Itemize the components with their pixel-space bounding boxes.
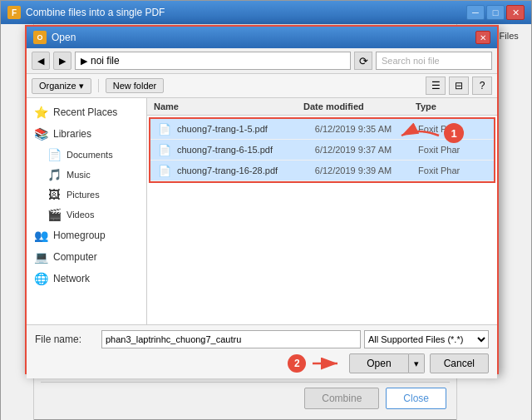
dialog-body: ⭐ Recent Places 📚 Libraries 📄 Documents … <box>27 98 497 324</box>
new-folder-button[interactable]: New folder <box>106 78 165 93</box>
libraries-icon: 📚 <box>33 126 48 141</box>
open-button-group: Open ▾ <box>349 353 424 373</box>
window-controls: ─ □ ✕ <box>466 5 525 20</box>
refresh-button[interactable]: ⟳ <box>354 52 372 70</box>
annotation-1: 1 <box>444 123 464 143</box>
recent-places-icon: ⭐ <box>33 105 48 120</box>
cancel-button[interactable]: Cancel <box>430 353 489 373</box>
app-icon: F <box>7 6 21 19</box>
forward-button[interactable]: ▶ <box>53 52 71 70</box>
dialog-bottom: File name: All Supported Files (*.*) 2 <box>27 324 497 378</box>
file-date-2: 6/12/2019 9:39 AM <box>315 166 418 175</box>
videos-icon: 🎬 <box>47 207 62 222</box>
filename-label: File name: <box>35 334 101 345</box>
open-dropdown-button[interactable]: ▾ <box>409 353 425 373</box>
pdf-icon-0: 📄 <box>157 121 172 136</box>
documents-label: Documents <box>66 150 113 160</box>
sidebar-item-computer[interactable]: 💻 Computer <box>27 246 146 268</box>
back-button[interactable]: ◀ <box>32 52 50 70</box>
annotation-2: 2 <box>288 354 306 373</box>
pdf-icon-1: 📄 <box>157 142 172 157</box>
sidebar-item-network[interactable]: 🌐 Network <box>27 268 146 289</box>
file-list-header: Name Date modified Type <box>147 98 497 116</box>
dialog-nav: ◀ ▶ ▶ noi file ⟳ Search noi file <box>27 48 497 74</box>
sidebar-item-music[interactable]: 🎵 Music <box>27 165 146 185</box>
file-list-area: Name Date modified Type 📄 chuong7-trang-… <box>147 98 497 324</box>
sidebar-item-pictures[interactable]: 🖼 Pictures <box>27 185 146 205</box>
search-box[interactable]: Search noi file <box>376 52 492 70</box>
documents-icon: 📄 <box>47 147 62 162</box>
dialog-close-button[interactable]: ✕ <box>475 31 490 44</box>
filename-input[interactable] <box>101 330 361 348</box>
view-icon-button[interactable]: ☰ <box>426 77 446 95</box>
col-type-header: Type <box>416 101 490 111</box>
homegroup-icon: 👥 <box>33 228 48 243</box>
minimize-button[interactable]: ─ <box>466 5 485 20</box>
network-icon: 🌐 <box>33 271 48 286</box>
music-icon: 🎵 <box>47 167 62 182</box>
outer-titlebar: F Combine files into a single PDF ─ □ ✕ <box>1 1 531 24</box>
file-name-1: chuong7-trang-6-15.pdf <box>177 145 315 155</box>
organize-button[interactable]: Organize ▾ <box>32 78 91 94</box>
toolbar-icons: ☰ ⊟ ? <box>426 77 492 95</box>
outer-window-title: Combine files into a single PDF <box>26 7 466 18</box>
dialog-titlebar: O Open ✕ <box>27 27 497 48</box>
help-icon-button[interactable]: ? <box>472 77 492 95</box>
arrow-1 <box>393 123 443 148</box>
close-window-button[interactable]: ✕ <box>506 5 525 20</box>
dialog-title: Open <box>52 32 475 43</box>
path-icon: ▶ <box>81 56 87 67</box>
close-button[interactable]: Close <box>386 388 446 409</box>
sidebar-item-homegroup[interactable]: 👥 Homegroup <box>27 225 146 246</box>
sidebar-item-documents[interactable]: 📄 Documents <box>27 145 146 165</box>
recent-places-label: Recent Places <box>53 106 117 118</box>
pdf-icon-2: 📄 <box>157 163 172 178</box>
path-text: noi file <box>91 55 120 67</box>
col-name-header: Name <box>154 101 303 111</box>
toolbar-separator <box>98 79 99 92</box>
open-button[interactable]: Open <box>349 353 408 373</box>
file-name-0: chuong7-trang-1-5.pdf <box>177 124 315 134</box>
open-dialog: O Open ✕ ◀ ▶ ▶ noi file ⟳ Search noi fil… <box>25 25 499 374</box>
music-label: Music <box>66 170 91 180</box>
selected-files-group: 📄 chuong7-trang-1-5.pdf 6/12/2019 9:35 A… <box>149 117 495 183</box>
col-date-header: Date modified <box>303 101 416 111</box>
sidebar-item-videos[interactable]: 🎬 Videos <box>27 205 146 225</box>
search-placeholder: Search noi file <box>382 56 440 66</box>
dialog-actions: 2 Open ▾ Cancel <box>35 353 489 373</box>
path-box[interactable]: ▶ noi file <box>75 52 351 70</box>
homegroup-label: Homegroup <box>53 230 106 241</box>
arrow-2 <box>311 353 344 373</box>
file-type-2: Foxit Phar <box>418 166 487 175</box>
dialog-icon: O <box>33 31 47 44</box>
network-label: Network <box>53 273 90 284</box>
libraries-label: Libraries <box>53 128 91 140</box>
file-name-2: chuong7-trang-16-28.pdf <box>177 166 315 175</box>
combine-button[interactable]: Combine <box>304 388 379 409</box>
videos-label: Videos <box>66 210 94 220</box>
computer-label: Computer <box>53 251 97 263</box>
details-icon-button[interactable]: ⊟ <box>449 77 469 95</box>
filetype-select[interactable]: All Supported Files (*.*) <box>364 330 489 348</box>
pictures-icon: 🖼 <box>47 187 62 202</box>
dialog-sidebar: ⭐ Recent Places 📚 Libraries 📄 Documents … <box>27 98 147 324</box>
bottom-bar: Combine Close <box>41 382 450 414</box>
maximize-button[interactable]: □ <box>486 5 505 20</box>
dialog-toolbar: Organize ▾ New folder ☰ ⊟ ? <box>27 74 497 98</box>
pictures-label: Pictures <box>66 190 100 200</box>
file-item-2[interactable]: 📄 chuong7-trang-16-28.pdf 6/12/2019 9:39… <box>150 161 494 181</box>
filename-row: File name: All Supported Files (*.*) <box>35 330 489 348</box>
sidebar-item-libraries[interactable]: 📚 Libraries <box>27 123 146 145</box>
computer-icon: 💻 <box>33 250 48 264</box>
sidebar-item-recent-places[interactable]: ⭐ Recent Places <box>27 101 146 123</box>
